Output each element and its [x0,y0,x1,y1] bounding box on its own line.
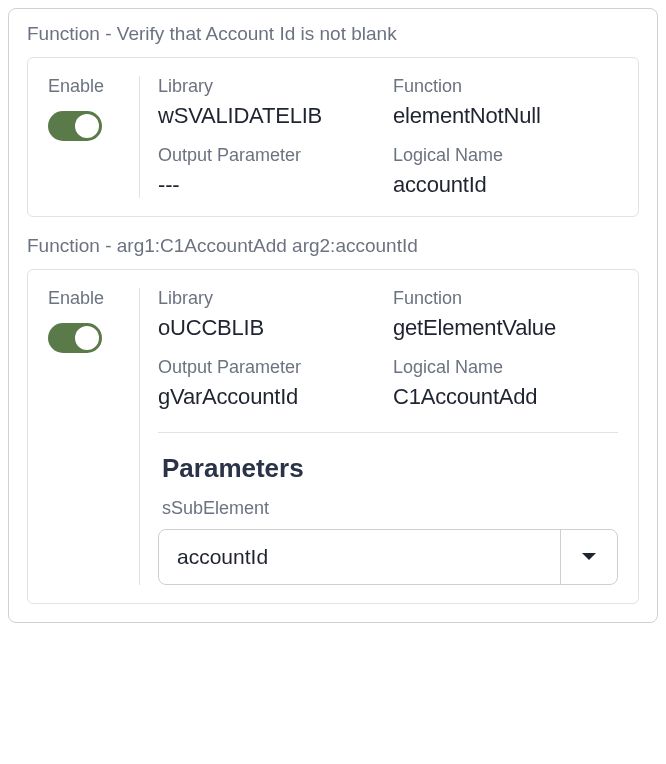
section-title: Function - arg1:C1AccountAdd arg2:accoun… [27,235,639,257]
library-value: wSVALIDATELIB [158,103,383,129]
enable-toggle[interactable] [48,323,102,353]
logical-name-field: Logical Name accountId [393,145,618,198]
logical-name-label: Logical Name [393,357,618,378]
function-panel: Function - Verify that Account Id is not… [8,8,658,623]
enable-column: Enable [48,288,140,585]
library-field: Library wSVALIDATELIB [158,76,383,129]
library-field: Library oUCCBLIB [158,288,383,341]
enable-toggle[interactable] [48,111,102,141]
parameter-dropdown[interactable]: accountId [158,529,618,585]
output-parameter-label: Output Parameter [158,145,383,166]
function-value: elementNotNull [393,103,618,129]
function-section-1: Function - Verify that Account Id is not… [27,23,639,217]
enable-column: Enable [48,76,140,198]
function-section-2: Function - arg1:C1AccountAdd arg2:accoun… [27,235,639,604]
function-field: Function elementNotNull [393,76,618,129]
logical-name-value: accountId [393,172,618,198]
enable-label: Enable [48,76,125,97]
library-value: oUCCBLIB [158,315,383,341]
fields-column: Library oUCCBLIB Function getElementValu… [140,288,618,585]
function-label: Function [393,288,618,309]
fields-column: Library wSVALIDATELIB Function elementNo… [140,76,618,198]
output-parameter-field: Output Parameter --- [158,145,383,198]
field-grid: Library oUCCBLIB Function getElementValu… [158,288,618,410]
output-parameter-value: gVarAccountId [158,384,383,410]
function-field: Function getElementValue [393,288,618,341]
logical-name-label: Logical Name [393,145,618,166]
dropdown-selected-value: accountId [159,530,561,584]
logical-name-value: C1AccountAdd [393,384,618,410]
field-grid: Library wSVALIDATELIB Function elementNo… [158,76,618,198]
function-label: Function [393,76,618,97]
chevron-down-icon [561,530,617,584]
parameter-label: sSubElement [158,498,618,519]
function-card: Enable Library wSVALIDATELIB Function el… [27,57,639,217]
function-value: getElementValue [393,315,618,341]
divider [158,432,618,433]
logical-name-field: Logical Name C1AccountAdd [393,357,618,410]
output-parameter-label: Output Parameter [158,357,383,378]
library-label: Library [158,288,383,309]
library-label: Library [158,76,383,97]
output-parameter-value: --- [158,172,383,198]
toggle-knob [75,326,99,350]
parameters-heading: Parameters [158,453,618,484]
enable-label: Enable [48,288,125,309]
function-card: Enable Library oUCCBLIB Function getElem… [27,269,639,604]
output-parameter-field: Output Parameter gVarAccountId [158,357,383,410]
section-title: Function - Verify that Account Id is not… [27,23,639,45]
toggle-knob [75,114,99,138]
